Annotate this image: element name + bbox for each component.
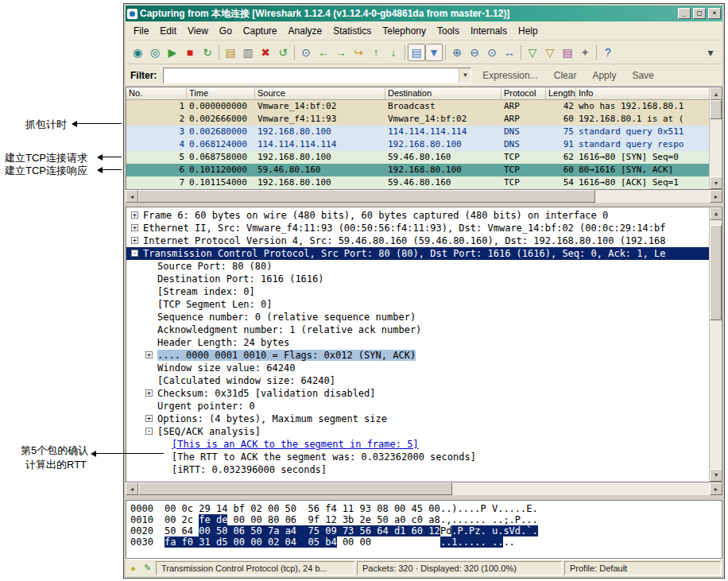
detail-line[interactable]: [iRTT: 0.032396000 seconds] — [126, 463, 709, 476]
resize-columns-icon[interactable]: ↔ — [501, 44, 518, 61]
save-button[interactable]: Save — [627, 68, 658, 83]
menu-tools[interactable]: Tools — [432, 23, 465, 39]
menu-help[interactable]: Help — [513, 23, 544, 39]
capture-options-icon[interactable]: ◎ — [146, 44, 164, 61]
expert-info-icon[interactable]: ● — [127, 564, 139, 573]
detail-line[interactable]: Urgent pointer: 0 — [126, 400, 709, 413]
scroll-down-icon[interactable]: ▼ — [710, 469, 722, 482]
menu-internals[interactable]: Internals — [465, 23, 513, 39]
scroll-up-icon[interactable]: ▲ — [710, 87, 722, 100]
column-header-time[interactable]: Time — [187, 87, 255, 99]
scrollbar-track[interactable] — [710, 220, 722, 469]
packet-row-2[interactable]: 20.002666000Vmware_f4:11:93Vmware_14:bf:… — [126, 113, 722, 126]
scroll-left-icon[interactable]: ◄ — [126, 190, 138, 203]
detail-line[interactable]: -[SEQ/ACK analysis] — [126, 425, 709, 438]
column-header-no[interactable]: No. — [126, 87, 187, 99]
detail-line[interactable]: [Calculated window size: 64240] — [126, 374, 709, 387]
capture-filters-icon[interactable]: ▽ — [524, 44, 541, 61]
list-interfaces-icon[interactable]: ◉ — [129, 44, 146, 61]
go-to-bottom-icon[interactable]: ↓ — [385, 44, 402, 61]
zoom-in-icon[interactable]: ⊕ — [448, 44, 466, 61]
scrollbar-track[interactable] — [138, 482, 710, 495]
detail-line[interactable]: Window size value: 64240 — [126, 362, 709, 374]
menu-capture[interactable]: Capture — [238, 23, 283, 39]
hex-row-0030[interactable]: 0030fa f0 31 d5 00 00 02 04 05 b4 00 00.… — [130, 536, 718, 548]
menu-go[interactable]: Go — [214, 23, 238, 39]
detail-line[interactable]: [Stream index: 0] — [126, 285, 709, 298]
scrollbar-thumb[interactable] — [710, 225, 722, 320]
column-header-length[interactable]: Length — [546, 87, 576, 99]
menu-file[interactable]: File — [128, 23, 154, 39]
column-header-destination[interactable]: Destination — [385, 87, 501, 99]
scrollbar-thumb[interactable] — [138, 482, 452, 495]
status-profile[interactable]: Profile: Default — [564, 561, 721, 575]
packet-list-vertical-scrollbar[interactable]: ▲ ▼ — [709, 87, 722, 189]
scrollbar-track[interactable] — [138, 190, 710, 203]
column-header-protocol[interactable]: Protocol — [501, 87, 546, 99]
close-button[interactable]: × — [708, 8, 721, 19]
expand-icon[interactable]: + — [131, 224, 138, 231]
go-to-top-icon[interactable]: ↑ — [367, 44, 385, 61]
packet-row-4[interactable]: 40.068124000114.114.114.114192.168.80.10… — [126, 138, 722, 151]
expand-icon[interactable]: + — [131, 237, 138, 244]
capture-restart-icon[interactable]: ↻ — [199, 44, 216, 61]
menu-telephony[interactable]: Telephony — [377, 23, 432, 39]
capture-comment-icon[interactable]: ✎ — [141, 563, 153, 573]
detail-line[interactable]: +Internet Protocol Version 4, Src: 59.46… — [126, 234, 709, 247]
toolbar-overflow-icon[interactable]: ▾ — [702, 44, 719, 61]
details-horizontal-scrollbar[interactable]: ◄ ► — [126, 482, 722, 495]
find-packet-icon[interactable]: ⊙ — [297, 44, 315, 61]
detail-line[interactable]: Sequence number: 0 (relative sequence nu… — [126, 311, 709, 323]
packet-list-horizontal-scrollbar[interactable]: ◄ ► — [126, 190, 722, 203]
zoom-out-icon[interactable]: ⊖ — [466, 44, 483, 61]
go-to-packet-icon[interactable]: ↪ — [350, 44, 367, 61]
detail-line[interactable]: Source Port: 80 (80) — [126, 260, 709, 273]
clear-button[interactable]: Clear — [549, 68, 582, 83]
packet-row-3[interactable]: 30.002680000192.168.80.100114.114.114.11… — [126, 126, 722, 138]
packet-row-1[interactable]: 10.000000000Vmware_14:bf:02BroadcastARP4… — [126, 100, 722, 113]
menu-view[interactable]: View — [182, 23, 214, 39]
collapse-icon[interactable]: - — [131, 250, 138, 257]
scroll-right-icon[interactable]: ► — [710, 190, 722, 203]
scrollbar-thumb[interactable] — [138, 190, 595, 203]
expand-icon[interactable]: + — [145, 415, 153, 422]
capture-stop-icon[interactable]: ■ — [181, 44, 199, 61]
coloring-rules-icon[interactable]: ▤ — [559, 44, 576, 61]
detail-line[interactable]: +Checksum: 0x31d5 [validation disabled] — [126, 387, 709, 400]
autoscroll-toggle-icon[interactable]: ▼ — [425, 44, 443, 61]
hex-row-0020[interactable]: 002050 64 00 50 06 50 7a a4 75 09 73 56 … — [130, 525, 718, 536]
expression-button[interactable]: Expression... — [478, 68, 542, 83]
hex-row-0010[interactable]: 001000 2c fe de 00 00 80 06 9f 12 3b 2e … — [130, 514, 718, 525]
maximize-button[interactable]: □ — [693, 8, 706, 19]
detail-line[interactable]: Header Length: 24 bytes — [126, 336, 709, 349]
go-back-icon[interactable]: ← — [315, 44, 332, 61]
reload-icon[interactable]: ↺ — [274, 44, 292, 61]
detail-line[interactable]: [The RTT to ACK the segment was: 0.03236… — [126, 451, 709, 463]
filter-input[interactable] — [164, 68, 459, 83]
expand-icon[interactable]: + — [145, 389, 153, 397]
detail-line[interactable]: +.... 0000 0001 0010 = Flags: 0x012 (SYN… — [126, 349, 709, 362]
close-capture-icon[interactable]: ✖ — [257, 44, 274, 61]
detail-line[interactable]: +Options: (4 bytes), Maximum segment siz… — [126, 413, 709, 425]
hex-row-0000[interactable]: 000000 0c 29 14 bf 02 00 50 56 f4 11 93 … — [130, 503, 718, 514]
column-header-source[interactable]: Source — [255, 87, 385, 99]
detail-line[interactable]: +Frame 6: 60 bytes on wire (480 bits), 6… — [126, 209, 709, 222]
save-capture-icon[interactable]: ▥ — [239, 44, 257, 61]
expand-icon[interactable]: + — [131, 211, 138, 219]
collapse-icon[interactable]: - — [145, 428, 153, 435]
menu-edit[interactable]: Edit — [154, 23, 182, 39]
open-capture-icon[interactable]: ▤ — [222, 44, 239, 61]
scroll-right-icon[interactable]: ► — [710, 482, 722, 495]
help-icon[interactable]: ? — [599, 44, 617, 61]
detail-line[interactable]: [This is an ACK to the segment in frame:… — [126, 438, 709, 451]
scroll-up-icon[interactable]: ▲ — [710, 207, 722, 220]
detail-line[interactable]: [TCP Segment Len: 0] — [126, 298, 709, 311]
preferences-icon[interactable]: ✦ — [576, 44, 594, 61]
zoom-100-icon[interactable]: ⊙ — [483, 44, 501, 61]
apply-button[interactable]: Apply — [587, 68, 621, 83]
title-bar[interactable]: Capturing from 本地连接 [Wireshark 1.12.4 (v… — [126, 6, 722, 21]
scroll-left-icon[interactable]: ◄ — [126, 482, 138, 495]
menu-analyze[interactable]: Analyze — [283, 23, 328, 39]
scrollbar-track[interactable] — [710, 100, 722, 176]
expand-icon[interactable]: + — [145, 351, 153, 358]
